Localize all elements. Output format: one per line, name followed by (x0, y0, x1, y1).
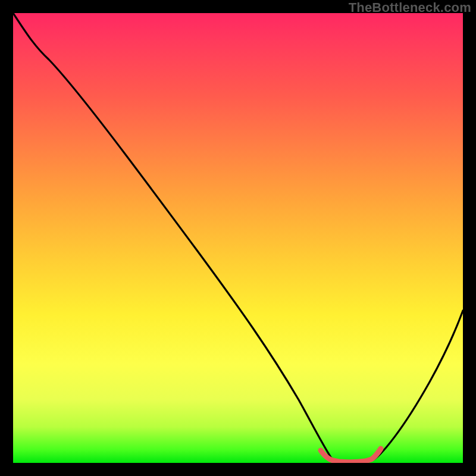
plot-area (13, 13, 463, 463)
watermark-text: TheBottleneck.com (349, 0, 471, 15)
chart-frame: TheBottleneck.com (0, 0, 476, 476)
curve-overlay (13, 13, 463, 463)
highlight-segment (321, 449, 381, 462)
bottleneck-curve (13, 13, 463, 462)
